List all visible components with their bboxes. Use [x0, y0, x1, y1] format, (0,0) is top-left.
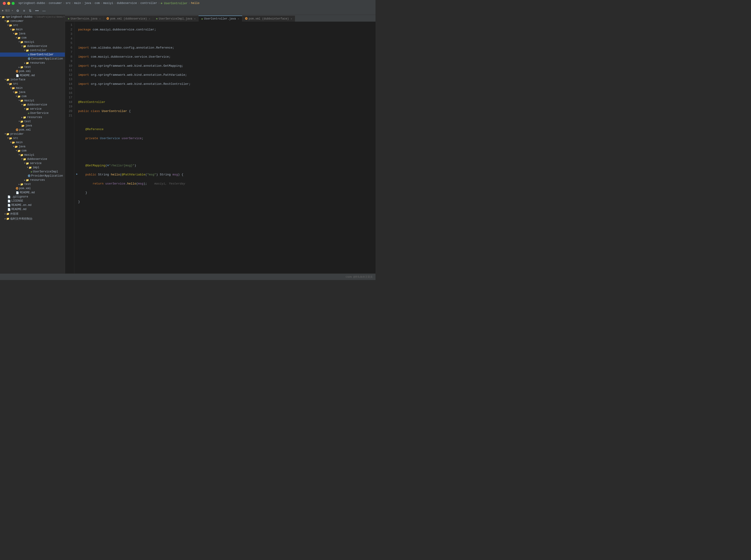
- close-panel-button[interactable]: —: [41, 8, 47, 14]
- sidebar-item-provider-src[interactable]: ▼ 📂 src: [0, 136, 65, 140]
- breadcrumb-part: java: [84, 2, 91, 5]
- tab-UserService[interactable]: ⊕ UserService.java ✕: [65, 16, 104, 22]
- chevron-icon: ▼: [0, 16, 1, 18]
- settings-button[interactable]: ⚙: [15, 8, 21, 14]
- sidebar-item-interface-service[interactable]: ▼ 📁 service: [0, 107, 65, 111]
- sidebar-item-provider-service[interactable]: ▼ 📁 service: [0, 161, 65, 165]
- sidebar-item-interface-src[interactable]: ▼ 📂 src: [0, 82, 65, 86]
- sidebar-item-interface-main[interactable]: ▼ 📂 main: [0, 86, 65, 90]
- java-file-icon: ⊕: [28, 112, 30, 115]
- breadcrumb-part: main: [74, 2, 81, 5]
- folder-icon: 📁: [17, 37, 21, 40]
- folder-icon: 📁: [6, 213, 9, 215]
- status-bar: CSDN @持头发的王亚宾: [0, 274, 376, 280]
- folder-icon: 📁: [20, 183, 23, 186]
- close-button[interactable]: [3, 2, 6, 5]
- sidebar-item-consumer-java[interactable]: ▼ 📂 java: [0, 32, 65, 36]
- tab-label: UserController.java: [204, 17, 236, 20]
- sidebar-item-interface-com[interactable]: ▼ 📁 com: [0, 94, 65, 99]
- license-file-icon: 📄: [7, 200, 11, 203]
- breadcrumb-part: dubboservice: [117, 2, 137, 5]
- sidebar-item-provider-resources[interactable]: ▶ 📁 resources: [0, 178, 65, 182]
- minimize-button[interactable]: [7, 2, 10, 5]
- sidebar-item-ProviderApplication[interactable]: 🅐 ProviderApplication: [0, 174, 65, 178]
- sidebar-item-consumer-test[interactable]: ▶ 📁 test: [0, 65, 65, 69]
- sidebar-item-interface-resources[interactable]: ▶ 📁 resources: [0, 115, 65, 119]
- tab-bar: ⊕ UserService.java ✕ 🅜 pom.xml (dubboser…: [65, 15, 376, 22]
- sidebar-item-consumer-dubboservice[interactable]: ▼ 📁 dubboservice: [0, 44, 65, 48]
- toolbar-label: ■ 项目 ▾: [2, 9, 13, 12]
- code-editor[interactable]: 12345 678910 1112131415 1617181920 21 pa…: [65, 22, 376, 274]
- sidebar-item-interface-test-java[interactable]: 📂 java: [0, 124, 65, 128]
- code-line: [78, 145, 376, 150]
- sidebar-item-scratch[interactable]: ▶ 📁 临时文件和控制台: [0, 216, 65, 221]
- folder-icon: 📂: [12, 87, 15, 90]
- sidebar-item-interface-test[interactable]: ▼ 📁 test: [0, 119, 65, 124]
- tab-close-icon[interactable]: ✕: [99, 17, 101, 20]
- sidebar-item-readme[interactable]: 📄 README.md: [0, 207, 65, 212]
- sidebar-item-gitignore[interactable]: 📄 .gitignore: [0, 195, 65, 199]
- tab-close-icon[interactable]: ✕: [291, 17, 292, 20]
- sidebar-item-readme-en[interactable]: 📄 README.en.md: [0, 203, 65, 207]
- sidebar-item-UserServiceImpl[interactable]: ⊕ UserServiceImpl: [0, 169, 65, 174]
- sidebar-item-external-libs[interactable]: ▶ 📁 外部库: [0, 212, 65, 216]
- code-line: [78, 91, 376, 96]
- sidebar-item-provider-pom[interactable]: 🅜 pom.xml: [0, 186, 65, 191]
- sidebar-item-provider-com[interactable]: ▼ 📁 com: [0, 149, 65, 153]
- folder-icon: 📁: [20, 41, 23, 44]
- sidebar-item-ConsumerApplication[interactable]: 🅐 ConsumerApplication: [0, 57, 65, 61]
- code-line: @RestController: [78, 100, 376, 104]
- breadcrumb-part: masiyi: [103, 2, 113, 5]
- sidebar-item-provider-main[interactable]: ▼ 📂 main: [0, 140, 65, 144]
- folder-icon: 📂: [21, 124, 25, 127]
- tab-close-icon[interactable]: ✕: [149, 17, 150, 20]
- sidebar-item-consumer-controller[interactable]: ▼ 📁 controller: [0, 48, 65, 53]
- sidebar-item-consumer-main[interactable]: ▼ 📂 main: [0, 27, 65, 32]
- tab-pom-dubbointerface[interactable]: 🅜 pom.xml (dubbointerface) ✕: [242, 16, 295, 22]
- sidebar-item-UserController[interactable]: ⊕ UserController: [0, 53, 65, 57]
- sidebar-item-provider-masiyi[interactable]: ▼ 📁 masiyi: [0, 153, 65, 157]
- sidebar-item-interface-dubboservice[interactable]: ▼ 📁 dubboservice: [0, 103, 65, 107]
- breadcrumb-part: src: [65, 2, 71, 5]
- breadcrumb-part: com: [95, 2, 100, 5]
- sidebar-item-interface[interactable]: ▼ 📁 interface: [0, 78, 65, 82]
- folder-icon: 📂: [12, 28, 15, 31]
- sidebar-item-consumer-pom[interactable]: 🅜 pom.xml: [0, 69, 65, 74]
- code-line: }: [78, 191, 376, 195]
- maximize-button[interactable]: [12, 2, 15, 5]
- folder-icon: 📂: [9, 137, 12, 140]
- code-line: return userService.hello(msg); masiyi, Y…: [78, 181, 376, 186]
- sidebar-item-interface-java[interactable]: ▼ 📂 java: [0, 90, 65, 94]
- sidebar-item-consumer[interactable]: ▼ 📁 consumer: [0, 19, 65, 23]
- sidebar-item-consumer-masiyi[interactable]: ▼ 📁 masiyi: [0, 40, 65, 44]
- sidebar-item-provider-readme[interactable]: 📄 README.md: [0, 191, 65, 195]
- sidebar-item-consumer-readme[interactable]: 📄 README.md: [0, 74, 65, 78]
- folder-icon: 📁: [23, 103, 26, 106]
- folder-icon: 📁: [20, 154, 23, 157]
- tab-close-icon[interactable]: ✕: [238, 17, 239, 20]
- tab-UserServiceImpl[interactable]: ⊕ UserServiceImpl.java ✕: [153, 16, 198, 22]
- sidebar-item-springboot-dubbo[interactable]: ▼ 📁 springboot-dubbo ~/IdeaProjects/demo…: [0, 15, 65, 19]
- sidebar-item-provider-impl[interactable]: ▼ 📁 impl: [0, 165, 65, 169]
- sidebar-item-interface-masiyi[interactable]: ▼ 📁 masiyi: [0, 99, 65, 103]
- sidebar-item-label: springboot-dubbo: [5, 15, 32, 19]
- sidebar-item-license[interactable]: 📄 LICENSE: [0, 199, 65, 203]
- sidebar-item-provider-java[interactable]: ▼ 📂 java: [0, 144, 65, 149]
- tab-pom-dubboservice[interactable]: 🅜 pom.xml (dubboservice) ✕: [104, 16, 153, 22]
- sidebar-item-interface-pom[interactable]: 🅜 pom.xml: [0, 128, 65, 132]
- sidebar-item-provider[interactable]: ▼ 📁 provider: [0, 132, 65, 136]
- sidebar-item-consumer-com[interactable]: ▼ 📁 com: [0, 36, 65, 40]
- more-options-button[interactable]: •••: [34, 8, 40, 14]
- sidebar-item-provider-test[interactable]: ▶ 📁 test: [0, 182, 65, 186]
- code-line: import com.masiyi.dubboservice.service.U…: [78, 55, 376, 59]
- expand-all-button[interactable]: ≡: [22, 8, 26, 14]
- sidebar-item-UserService[interactable]: ⊕ UserService: [0, 111, 65, 115]
- sidebar-item-consumer-src[interactable]: ▼ 📂 src: [0, 23, 65, 27]
- sidebar-item-consumer-resources[interactable]: ▶ 📁 resources: [0, 61, 65, 65]
- sidebar-item-provider-dubboservice[interactable]: ▼ 📁 dubboservice: [0, 157, 65, 161]
- collapse-all-button[interactable]: ⇅: [27, 8, 33, 14]
- tab-close-icon[interactable]: ✕: [194, 17, 195, 20]
- code-content[interactable]: package com.masiyi.dubboservice.controll…: [74, 22, 376, 274]
- tab-UserController[interactable]: ⊕ UserController.java ✕: [198, 16, 242, 22]
- app-file-icon: 🅐: [28, 175, 31, 178]
